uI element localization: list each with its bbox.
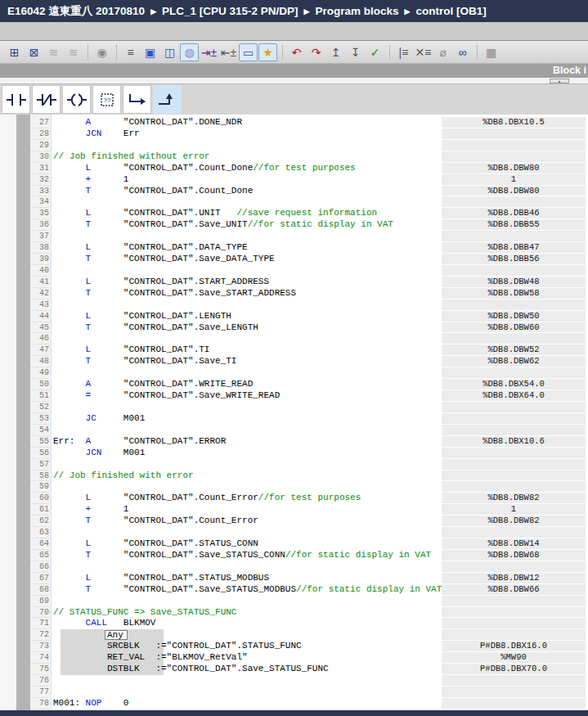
code-line[interactable]: 66 — [0, 561, 588, 573]
code-line[interactable]: %DB8.DBW6045 T "CONTROL_DAT".Save_LENGTH — [0, 322, 588, 334]
favorites-icon[interactable]: ★ — [258, 43, 277, 61]
code-line[interactable]: %MW9074 RET_VAL :="BLKMOV_RetVal" — [0, 652, 588, 664]
code-line[interactable]: %DB8.DBW5247 L "CONTROL_DAT".TI — [0, 344, 588, 356]
code-line[interactable]: 70// STATUS_FUNC => Save_STATUS_FUNC — [0, 607, 588, 619]
code-text: SRCBLK :="CONTROL_DAT".STATUS_FUNC — [53, 641, 302, 652]
code-line[interactable]: 77 — [0, 687, 588, 698]
code-text: // Job finished with error — [53, 471, 194, 482]
breadcrumb-item[interactable]: PLC_1 [CPU 315-2 PN/DP] — [162, 5, 298, 17]
operand-address-cell — [442, 413, 586, 425]
code-line[interactable]: %DB8.DBX54.050 A "CONTROL_DAT".WRITE_REA… — [0, 379, 588, 390]
code-line[interactable]: 58// Job finished with error — [0, 471, 588, 482]
operand-address-cell: %DB8.DBX10.6 — [442, 436, 586, 448]
code-line[interactable]: 59 — [0, 481, 588, 493]
close-all-networks-icon[interactable]: ◫ — [160, 43, 179, 61]
block-properties-icon[interactable]: ▦ — [482, 43, 500, 61]
monitor-off-icon[interactable]: ✕≡ — [414, 43, 433, 61]
delete-row-icon[interactable]: ≋ — [64, 43, 83, 61]
code-line[interactable]: 132 + 1 — [0, 174, 588, 186]
code-line[interactable]: 43 — [0, 299, 588, 311]
search-icon[interactable]: ⌀ — [433, 43, 452, 61]
code-line[interactable]: %DB8.DBW8033 T "CONTROL_DAT".Count_Done — [0, 186, 588, 197]
code-line[interactable]: 71 CALL BLKMOV — [0, 618, 588, 629]
code-line[interactable]: %DB8.DBX64.051 = "CONTROL_DAT".Save_WRIT… — [0, 390, 588, 402]
update-block-call-icon[interactable]: ⇤± — [219, 43, 238, 61]
code-line[interactable]: %DB8.DBW6248 T "CONTROL_DAT".Save_TI — [0, 356, 588, 367]
code-line[interactable]: 46 — [0, 333, 588, 344]
code-line[interactable]: %DB8.DBW5842 T "CONTROL_DAT".Save_START_… — [0, 288, 588, 299]
delete-network-icon[interactable]: ⊠ — [25, 43, 43, 61]
expanded-mode-icon[interactable]: ▭ — [239, 43, 258, 61]
code-line[interactable]: %DB8.DBB5639 T "CONTROL_DAT".Save_DATA_T… — [0, 254, 588, 265]
code-line[interactable]: %DB8.DBW4841 L "CONTROL_DAT".START_ADDRE… — [0, 277, 588, 288]
code-line[interactable]: %DB8.DBW1267 L "CONTROL_DAT".STATUS_MODB… — [0, 573, 588, 584]
code-line[interactable]: 161 + 1 — [0, 504, 588, 516]
code-text: // Job finished without error — [53, 151, 209, 163]
breadcrumb-item[interactable]: Program blocks — [316, 5, 399, 17]
empty-box-button[interactable]: ?? — [92, 85, 121, 114]
code-line[interactable]: %DB8.DBW8260 L "CONTROL_DAT".Count_Error… — [0, 493, 588, 504]
open-branch-button[interactable] — [123, 85, 151, 114]
code-line[interactable]: 49 — [0, 367, 588, 379]
line-number: 32 — [30, 174, 49, 186]
code-line[interactable]: 52 — [0, 402, 588, 413]
code-line[interactable]: 30// Job finished without error — [0, 151, 588, 163]
line-number: 65 — [30, 550, 49, 561]
code-line[interactable]: %DB8.DBW6865 T "CONTROL_DAT".Save_STATUS… — [0, 550, 588, 561]
code-line[interactable]: 28 JCN Err — [0, 128, 588, 140]
network-comments-icon[interactable]: ◍ — [180, 43, 199, 61]
code-line[interactable]: 72Any — [0, 629, 588, 641]
code-line[interactable]: 76 — [0, 675, 588, 687]
compile-icon[interactable]: ✓ — [366, 43, 384, 61]
code-line[interactable]: %DB8.DBB4635 L "CONTROL_DAT".UNIT //save… — [0, 208, 588, 219]
stl-code-editor[interactable]: %DB8.DBX10.527 A "CONTROL_DAT".DONE_NDR2… — [0, 115, 588, 710]
breadcrumb-item[interactable]: E16042 遠東重八 20170810 — [7, 4, 145, 19]
code-line[interactable]: %DB8.DBW6668 T "CONTROL_DAT".Save_STATUS… — [0, 584, 588, 596]
operand-address-cell — [442, 527, 586, 538]
redo-icon[interactable]: ↷ — [307, 43, 325, 61]
code-line[interactable]: P#DB8.DBX16.073 SRCBLK :="CONTROL_DAT".S… — [0, 641, 588, 652]
absolute-operands-icon[interactable]: ≡ — [121, 43, 140, 61]
code-line[interactable]: %DB8.DBW1464 L "CONTROL_DAT".STATUS_CONN — [0, 538, 588, 550]
code-line[interactable]: 37 — [0, 231, 588, 242]
code-line[interactable]: 69 — [0, 596, 588, 607]
code-line[interactable]: %DB8.DBW8262 T "CONTROL_DAT".Count_Error — [0, 516, 588, 527]
load-from-device-icon[interactable]: ↥ — [326, 43, 345, 61]
insert-network-icon[interactable]: ⊞ — [5, 43, 24, 61]
code-line[interactable]: 63 — [0, 527, 588, 538]
monitor-on-icon[interactable]: |≡ — [394, 43, 413, 61]
code-line[interactable]: 34 — [0, 196, 588, 208]
close-branch-button[interactable] — [153, 85, 182, 114]
code-line[interactable]: 57 — [0, 459, 588, 471]
insert-row-icon[interactable]: ≋ — [44, 43, 63, 61]
code-line[interactable]: 40 — [0, 265, 588, 277]
line-number: 28 — [30, 128, 49, 140]
code-line[interactable]: %DB8.DBB4738 L "CONTROL_DAT".DATA_TYPE — [0, 242, 588, 254]
code-line[interactable]: %DB8.DBW5044 L "CONTROL_DAT".LENGTH — [0, 311, 588, 322]
splitter-handle[interactable]: ▲ — [550, 79, 569, 83]
glasses-icon[interactable]: ∞ — [453, 43, 472, 61]
code-line[interactable]: 29 — [0, 140, 588, 151]
no-contact-button[interactable] — [2, 85, 30, 114]
block-interface-bar[interactable]: Block i — [0, 64, 588, 78]
code-line[interactable]: P#DB8.DBX70.075 DSTBLK :="CONTROL_DAT".S… — [0, 664, 588, 675]
code-line[interactable]: %DB8.DBX10.655Err: A "CONTROL_DAT".ERROR — [0, 436, 588, 448]
symbol-toggle-icon[interactable]: ◉ — [92, 43, 111, 61]
code-line[interactable]: 56 JCN M001 — [0, 448, 588, 459]
code-line[interactable]: %DB8.DBB5536 T "CONTROL_DAT".Save_UNIT//… — [0, 219, 588, 231]
code-line[interactable]: 54 — [0, 425, 588, 436]
open-all-networks-icon[interactable]: ▣ — [141, 43, 159, 61]
breadcrumb-item[interactable]: control [OB1] — [416, 5, 487, 17]
nc-contact-button[interactable] — [32, 85, 61, 114]
load-to-device-icon[interactable]: ↧ — [346, 43, 365, 61]
code-line[interactable]: 78M001: NOP 0 — [0, 698, 588, 709]
insert-block-call-icon[interactable]: ⇥± — [200, 43, 218, 61]
undo-icon[interactable]: ↶ — [287, 43, 306, 61]
line-number: 73 — [30, 641, 49, 652]
code-line[interactable]: 53 JC M001 — [0, 413, 588, 425]
code-line[interactable]: %DB8.DBW8031 L "CONTROL_DAT".Count_Done/… — [0, 163, 588, 174]
coil-button[interactable] — [62, 85, 91, 114]
block-interface-splitter[interactable]: ▲ — [0, 78, 588, 84]
any-pointer-field[interactable]: Any — [105, 630, 128, 641]
code-line[interactable]: %DB8.DBX10.527 A "CONTROL_DAT".DONE_NDR — [0, 117, 588, 128]
